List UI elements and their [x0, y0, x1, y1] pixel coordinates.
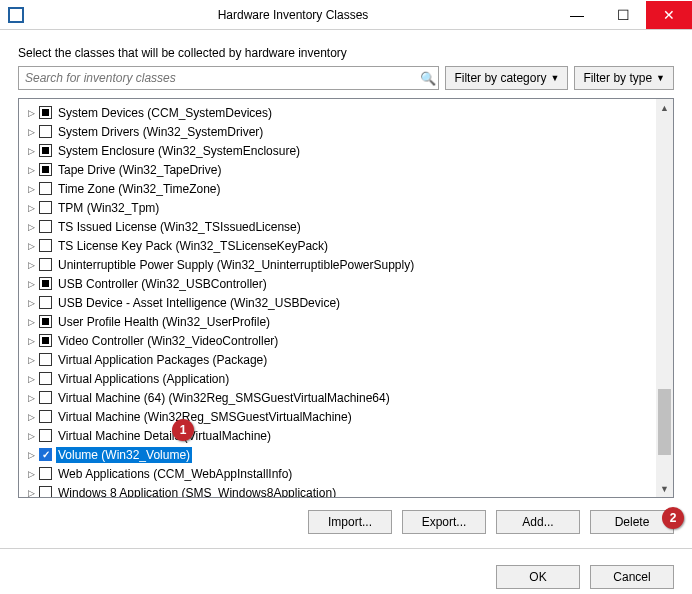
expand-icon[interactable]: ▷	[25, 374, 37, 384]
scroll-track[interactable]	[656, 116, 673, 480]
checkbox[interactable]	[39, 163, 52, 176]
tree-row[interactable]: ▷Virtual Applications (Application)	[23, 369, 656, 388]
expand-icon[interactable]: ▷	[25, 241, 37, 251]
tree-row-label[interactable]: USB Device - Asset Intelligence (Win32_U…	[56, 295, 342, 311]
tree-row[interactable]: ▷USB Device - Asset Intelligence (Win32_…	[23, 293, 656, 312]
tree-row-label[interactable]: Tape Drive (Win32_TapeDrive)	[56, 162, 223, 178]
checkbox[interactable]	[39, 315, 52, 328]
checkbox[interactable]	[39, 486, 52, 497]
expand-icon[interactable]: ▷	[25, 108, 37, 118]
checkbox[interactable]	[39, 277, 52, 290]
tree-row[interactable]: ▷System Drivers (Win32_SystemDriver)	[23, 122, 656, 141]
checkbox[interactable]	[39, 296, 52, 309]
tree-row-label[interactable]: Web Applications (CCM_WebAppInstallInfo)	[56, 466, 294, 482]
expand-icon[interactable]: ▷	[25, 412, 37, 422]
tree-row-label[interactable]: Video Controller (Win32_VideoController)	[56, 333, 280, 349]
tree-row-label[interactable]: TS Issued License (Win32_TSIssuedLicense…	[56, 219, 303, 235]
tree-row[interactable]: ▷TPM (Win32_Tpm)	[23, 198, 656, 217]
tree-row-label[interactable]: TS License Key Pack (Win32_TSLicenseKeyP…	[56, 238, 330, 254]
scroll-down-icon[interactable]: ▼	[656, 480, 673, 497]
expand-icon[interactable]: ▷	[25, 260, 37, 270]
checkbox[interactable]	[39, 182, 52, 195]
checkbox[interactable]	[39, 201, 52, 214]
tree-row-label[interactable]: Virtual Machine (Win32Reg_SMSGuestVirtua…	[56, 409, 354, 425]
tree-row-label[interactable]: Uninterruptible Power Supply (Win32_Unin…	[56, 257, 416, 273]
minimize-button[interactable]: —	[554, 1, 600, 29]
scrollbar[interactable]: ▲ ▼	[656, 99, 673, 497]
tree-row-label[interactable]: Windows 8 Application (SMS_Windows8Appli…	[56, 485, 338, 498]
cancel-button[interactable]: Cancel	[590, 565, 674, 589]
expand-icon[interactable]: ▷	[25, 469, 37, 479]
expand-icon[interactable]: ▷	[25, 431, 37, 441]
tree-row[interactable]: ▷Virtual Application Packages (Package)	[23, 350, 656, 369]
checkbox[interactable]	[39, 467, 52, 480]
expand-icon[interactable]: ▷	[25, 336, 37, 346]
tree-row[interactable]: ▷Virtual Machine Details (VirtualMachine…	[23, 426, 656, 445]
scroll-up-icon[interactable]: ▲	[656, 99, 673, 116]
ok-button[interactable]: OK	[496, 565, 580, 589]
tree-row-label[interactable]: TPM (Win32_Tpm)	[56, 200, 161, 216]
expand-icon[interactable]: ▷	[25, 488, 37, 498]
tree-row-label[interactable]: Virtual Applications (Application)	[56, 371, 231, 387]
tree-row[interactable]: ▷Virtual Machine (64) (Win32Reg_SMSGuest…	[23, 388, 656, 407]
checkbox[interactable]	[39, 144, 52, 157]
tree-row[interactable]: ▷User Profile Health (Win32_UserProfile)	[23, 312, 656, 331]
tree-row-label[interactable]: USB Controller (Win32_USBController)	[56, 276, 269, 292]
expand-icon[interactable]: ▷	[25, 127, 37, 137]
expand-icon[interactable]: ▷	[25, 450, 37, 460]
checkbox[interactable]	[39, 106, 52, 119]
expand-icon[interactable]: ▷	[25, 203, 37, 213]
expand-icon[interactable]: ▷	[25, 165, 37, 175]
expand-icon[interactable]: ▷	[25, 184, 37, 194]
checkbox[interactable]	[39, 353, 52, 366]
tree-row[interactable]: ▷Volume (Win32_Volume)	[23, 445, 656, 464]
add-button[interactable]: Add...	[496, 510, 580, 534]
tree-row[interactable]: ▷TS Issued License (Win32_TSIssuedLicens…	[23, 217, 656, 236]
checkbox[interactable]	[39, 410, 52, 423]
scroll-thumb[interactable]	[658, 389, 671, 455]
export-button[interactable]: Export...	[402, 510, 486, 534]
filter-category-button[interactable]: Filter by category ▼	[445, 66, 568, 90]
expand-icon[interactable]: ▷	[25, 222, 37, 232]
tree-row-label[interactable]: User Profile Health (Win32_UserProfile)	[56, 314, 272, 330]
tree-row-label[interactable]: Volume (Win32_Volume)	[56, 447, 192, 463]
tree-row-label[interactable]: System Drivers (Win32_SystemDriver)	[56, 124, 265, 140]
checkbox[interactable]	[39, 220, 52, 233]
tree-row[interactable]: ▷Virtual Machine (Win32Reg_SMSGuestVirtu…	[23, 407, 656, 426]
tree-row-label[interactable]: System Enclosure (Win32_SystemEnclosure)	[56, 143, 302, 159]
tree-row-label[interactable]: Virtual Machine Details (VirtualMachine)	[56, 428, 273, 444]
checkbox[interactable]	[39, 391, 52, 404]
tree-row-label[interactable]: Time Zone (Win32_TimeZone)	[56, 181, 223, 197]
tree-row[interactable]: ▷System Enclosure (Win32_SystemEnclosure…	[23, 141, 656, 160]
tree-row[interactable]: ▷Windows 8 Application (SMS_Windows8Appl…	[23, 483, 656, 497]
checkbox[interactable]	[39, 125, 52, 138]
tree-row-label[interactable]: System Devices (CCM_SystemDevices)	[56, 105, 274, 121]
tree-row-label[interactable]: Virtual Application Packages (Package)	[56, 352, 269, 368]
tree-row[interactable]: ▷TS License Key Pack (Win32_TSLicenseKey…	[23, 236, 656, 255]
checkbox[interactable]	[39, 448, 52, 461]
tree-row[interactable]: ▷USB Controller (Win32_USBController)	[23, 274, 656, 293]
maximize-button[interactable]: ☐	[600, 1, 646, 29]
close-button[interactable]: ✕	[646, 1, 692, 29]
expand-icon[interactable]: ▷	[25, 355, 37, 365]
filter-type-button[interactable]: Filter by type ▼	[574, 66, 674, 90]
import-button[interactable]: Import...	[308, 510, 392, 534]
expand-icon[interactable]: ▷	[25, 393, 37, 403]
tree-row[interactable]: ▷Web Applications (CCM_WebAppInstallInfo…	[23, 464, 656, 483]
tree-row[interactable]: ▷Uninterruptible Power Supply (Win32_Uni…	[23, 255, 656, 274]
checkbox[interactable]	[39, 258, 52, 271]
checkbox[interactable]	[39, 429, 52, 442]
search-icon[interactable]: 🔍	[418, 71, 438, 86]
expand-icon[interactable]: ▷	[25, 298, 37, 308]
tree-row-label[interactable]: Virtual Machine (64) (Win32Reg_SMSGuestV…	[56, 390, 392, 406]
tree-row[interactable]: ▷System Devices (CCM_SystemDevices)	[23, 103, 656, 122]
expand-icon[interactable]: ▷	[25, 146, 37, 156]
class-list-viewport[interactable]: ▷System Devices (CCM_SystemDevices)▷Syst…	[19, 99, 656, 497]
search-input[interactable]	[19, 71, 418, 85]
checkbox[interactable]	[39, 334, 52, 347]
checkbox[interactable]	[39, 372, 52, 385]
checkbox[interactable]	[39, 239, 52, 252]
delete-button[interactable]: Delete	[590, 510, 674, 534]
tree-row[interactable]: ▷Time Zone (Win32_TimeZone)	[23, 179, 656, 198]
tree-row[interactable]: ▷Video Controller (Win32_VideoController…	[23, 331, 656, 350]
